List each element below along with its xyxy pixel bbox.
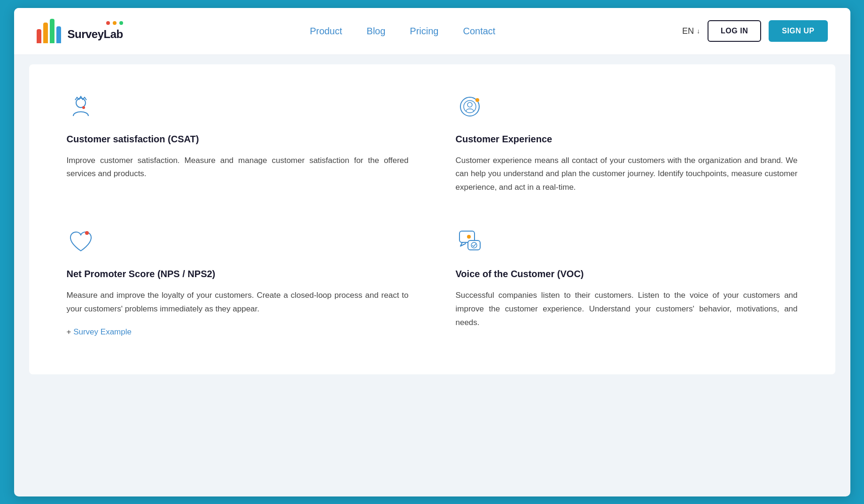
- navbar: SurveyLab Product Blog Pricing Contact E…: [14, 8, 850, 55]
- survey-example-line: + Survey Example: [67, 327, 409, 337]
- lang-label: EN: [682, 26, 694, 36]
- logo-dot-2: [113, 21, 117, 25]
- feature-card-csat: Customer satisfaction (CSAT) Improve cus…: [67, 93, 409, 195]
- csat-description: Improve customer satisfaction. Measure a…: [67, 154, 409, 181]
- nav-links: Product Blog Pricing Contact: [123, 26, 682, 37]
- logo-bar-3: [50, 19, 54, 43]
- nav-item-contact[interactable]: Contact: [463, 26, 495, 37]
- signup-button[interactable]: SIGN UP: [769, 20, 827, 42]
- survey-example-link[interactable]: Survey Example: [73, 327, 132, 336]
- logo-bars: [37, 19, 61, 43]
- logo-dot-3: [119, 21, 123, 25]
- logo-bar-4: [56, 26, 61, 43]
- nav-actions: EN ↓ LOG IN SIGN UP: [682, 20, 827, 42]
- language-selector[interactable]: EN ↓: [682, 26, 700, 36]
- svg-rect-8: [468, 240, 480, 250]
- cx-icon: [456, 93, 798, 121]
- svg-point-6: [85, 231, 89, 235]
- main-content: Customer satisfaction (CSAT) Improve cus…: [29, 64, 835, 374]
- cx-title: Customer Experience: [456, 134, 798, 145]
- csat-title: Customer satisfaction (CSAT): [67, 134, 409, 145]
- cx-description: Customer experience means all contact of…: [456, 154, 798, 195]
- nps-title: Net Promoter Score (NPS / NPS2): [67, 269, 409, 279]
- login-button[interactable]: LOG IN: [708, 20, 761, 42]
- nps-description: Measure and improve the loyalty of your …: [67, 289, 409, 316]
- svg-point-10: [467, 235, 471, 239]
- csat-icon: [67, 93, 409, 121]
- svg-point-5: [475, 98, 479, 102]
- nav-item-blog[interactable]: Blog: [366, 26, 385, 37]
- voc-description: Successful companies listen to their cus…: [456, 289, 798, 330]
- features-grid: Customer satisfaction (CSAT) Improve cus…: [67, 93, 798, 337]
- chevron-down-icon: ↓: [697, 27, 700, 35]
- nav-item-pricing[interactable]: Pricing: [410, 26, 438, 37]
- logo-bar-2: [43, 23, 48, 43]
- feature-card-voc: Voice of the Customer (VOC) Successful c…: [456, 227, 798, 337]
- logo[interactable]: SurveyLab: [37, 19, 123, 43]
- logo-name: SurveyLab: [68, 28, 123, 41]
- logo-dots: [106, 21, 123, 25]
- page-frame: SurveyLab Product Blog Pricing Contact E…: [14, 8, 850, 496]
- nav-item-product[interactable]: Product: [310, 26, 342, 37]
- logo-bar-1: [37, 29, 41, 43]
- feature-card-cx: Customer Experience Customer experience …: [456, 93, 798, 195]
- svg-point-1: [82, 106, 85, 109]
- svg-point-4: [467, 102, 472, 107]
- feature-card-nps: Net Promoter Score (NPS / NPS2) Measure …: [67, 227, 409, 337]
- voc-icon: [456, 227, 798, 256]
- survey-example-prefix: +: [67, 327, 74, 336]
- voc-title: Voice of the Customer (VOC): [456, 269, 798, 279]
- svg-point-0: [76, 98, 86, 108]
- logo-dot-1: [106, 21, 110, 25]
- nps-icon: [67, 227, 409, 256]
